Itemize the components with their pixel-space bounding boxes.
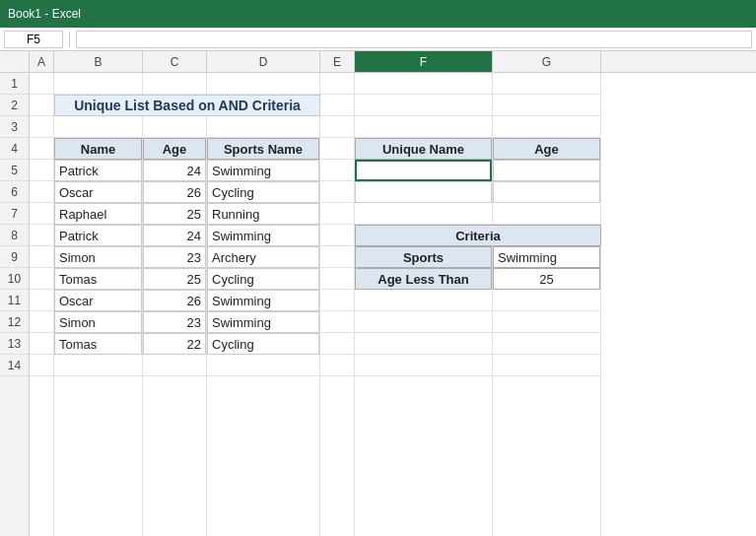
row-num-12[interactable]: 12 [0,311,29,333]
col-header-b[interactable]: B [54,51,143,72]
cell-g10-age-val[interactable]: 25 [493,268,600,290]
cell-e6[interactable] [320,181,354,203]
row-num-14[interactable]: 14 [0,355,29,376]
cell-f1[interactable] [355,73,492,95]
cell-c12[interactable]: 23 [143,311,206,333]
col-header-f[interactable]: F [355,51,493,72]
cell-a11[interactable] [30,290,53,311]
cell-f13[interactable] [355,333,492,355]
cell-b8[interactable]: Patrick [54,225,142,246]
cell-f2[interactable] [355,95,492,116]
cell-a10[interactable] [30,268,53,290]
name-box[interactable] [4,31,63,48]
cell-g11[interactable] [493,290,600,311]
cell-f14[interactable] [355,355,492,376]
col-header-d[interactable]: D [207,51,320,72]
col-header-g[interactable]: G [493,51,601,72]
cell-g2[interactable] [493,95,600,116]
cell-a4[interactable] [30,138,53,160]
cell-f9-sports-label[interactable]: Sports [355,246,492,268]
cell-d6[interactable]: Cycling [207,181,319,203]
formula-input[interactable] [76,31,752,48]
cell-e12[interactable] [320,311,354,333]
cell-d1[interactable] [207,73,319,95]
cell-e7[interactable] [320,203,354,225]
cell-d9[interactable]: Archery [207,246,319,268]
cell-g13[interactable] [493,333,600,355]
cell-f7[interactable] [355,203,492,225]
cell-e1[interactable] [320,73,354,95]
cell-b7[interactable]: Raphael [54,203,142,225]
col-header-e[interactable]: E [320,51,355,72]
cell-c3[interactable] [143,116,206,138]
cell-e10[interactable] [320,268,354,290]
row-num-6[interactable]: 6 [0,181,29,203]
cell-e13[interactable] [320,333,354,355]
cell-g9-swimming[interactable]: Swimming [493,246,600,268]
cell-b3[interactable] [54,116,142,138]
cell-d12[interactable]: Swimming [207,311,319,333]
cell-f8-criteria-title[interactable]: Criteria [355,225,601,246]
cell-b5[interactable]: Patrick [54,160,142,181]
cell-c5[interactable]: 24 [143,160,206,181]
cell-e9[interactable] [320,246,354,268]
row-num-3[interactable]: 3 [0,116,29,138]
col-header-a[interactable]: A [30,51,54,72]
row-num-5[interactable]: 5 [0,160,29,181]
cell-d14[interactable] [207,355,319,376]
cell-b9[interactable]: Simon [54,246,142,268]
row-num-10[interactable]: 10 [0,268,29,290]
cell-a12[interactable] [30,311,53,333]
cell-g6[interactable] [493,181,600,203]
cell-e5[interactable] [320,160,354,181]
cell-e14[interactable] [320,355,354,376]
row-num-8[interactable]: 8 [0,225,29,246]
row-num-2[interactable]: 2 [0,95,29,116]
row-num-9[interactable]: 9 [0,246,29,268]
row-num-11[interactable]: 11 [0,290,29,311]
cell-a6[interactable] [30,181,53,203]
cell-b13[interactable]: Tomas [54,333,142,355]
cell-c4-header[interactable]: Age [143,138,206,160]
row-num-4[interactable]: 4 [0,138,29,160]
cell-e11[interactable] [320,290,354,311]
cell-g7[interactable] [493,203,600,225]
cell-g12[interactable] [493,311,600,333]
cell-f6[interactable] [355,181,492,203]
cell-a3[interactable] [30,116,53,138]
cell-a1[interactable] [30,73,53,95]
cell-e8[interactable] [320,225,354,246]
cell-g1[interactable] [493,73,600,95]
cell-c11[interactable]: 26 [143,290,206,311]
cell-a13[interactable] [30,333,53,355]
cell-c6[interactable]: 26 [143,181,206,203]
cell-a14[interactable] [30,355,53,376]
cell-d10[interactable]: Cycling [207,268,319,290]
cell-d3[interactable] [207,116,319,138]
cell-d11[interactable]: Swimming [207,290,319,311]
cell-a2[interactable] [30,95,53,116]
cell-f3[interactable] [355,116,492,138]
cell-e2[interactable] [320,95,354,116]
cell-e3[interactable] [320,116,354,138]
cell-c13[interactable]: 22 [143,333,206,355]
cell-g5[interactable] [493,160,600,181]
cell-c8[interactable]: 24 [143,225,206,246]
cell-c10[interactable]: 25 [143,268,206,290]
cell-b14[interactable] [54,355,142,376]
cell-c7[interactable]: 25 [143,203,206,225]
cell-g3[interactable] [493,116,600,138]
cell-e4[interactable] [320,138,354,160]
col-header-c[interactable]: C [143,51,207,72]
cell-c1[interactable] [143,73,206,95]
cell-g4-age-header[interactable]: Age [493,138,600,160]
cell-g14[interactable] [493,355,600,376]
row-num-1[interactable]: 1 [0,73,29,95]
cell-f11[interactable] [355,290,492,311]
row-num-7[interactable]: 7 [0,203,29,225]
cell-c9[interactable]: 23 [143,246,206,268]
cell-f12[interactable] [355,311,492,333]
cell-d4-header[interactable]: Sports Name [207,138,319,160]
cell-b12[interactable]: Simon [54,311,142,333]
cell-a7[interactable] [30,203,53,225]
